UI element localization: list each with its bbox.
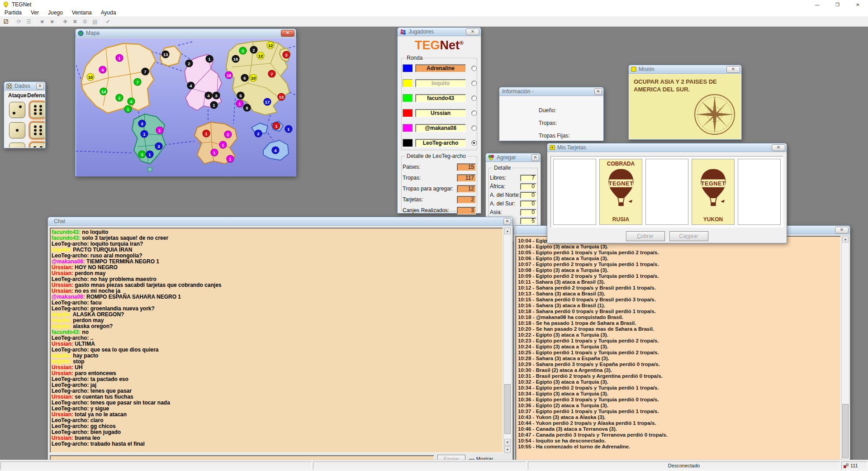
- app-titlebar[interactable]: TEGNet — ❐ ✕: [0, 0, 868, 9]
- agregar-titlebar[interactable]: Agregar ✕: [486, 153, 541, 162]
- card-yukon[interactable]: TEGNETYUKON: [692, 159, 735, 225]
- map-marker[interactable]: 1: [124, 105, 132, 113]
- menu-ayuda[interactable]: Ayuda: [96, 9, 121, 17]
- chat-titlebar[interactable]: Chat ✕: [48, 217, 512, 226]
- menu-juego[interactable]: Juego: [43, 9, 67, 17]
- chat-input[interactable]: [50, 455, 434, 460]
- map-marker[interactable]: 1: [236, 100, 243, 107]
- card-slot-empty[interactable]: [645, 159, 688, 225]
- window-tarjetas[interactable]: Mis Tarjetas ✕ COBRADATEGNETRUSIATEGNETY…: [547, 143, 787, 243]
- maximize-button[interactable]: ❐: [827, 0, 848, 9]
- map-marker[interactable]: 1: [203, 130, 210, 137]
- map-marker[interactable]: 1: [285, 125, 292, 133]
- game-map[interactable]: 1410771424113211644311221212163106758131…: [76, 38, 296, 176]
- map-marker[interactable]: 1: [211, 149, 218, 156]
- map-marker[interactable]: 2: [116, 94, 123, 101]
- scrollbar-thumb[interactable]: [504, 384, 511, 434]
- menu-ventana[interactable]: Ventana: [67, 9, 96, 17]
- regroup-icon[interactable]: ⚙: [81, 18, 90, 26]
- map-marker[interactable]: 5: [237, 92, 244, 99]
- map-marker[interactable]: 7: [134, 78, 141, 86]
- scroll-down-arrow[interactable]: ▼: [504, 439, 511, 446]
- player-radio[interactable]: [471, 110, 477, 116]
- map-marker[interactable]: 1: [116, 54, 123, 62]
- map-marker[interactable]: 2: [224, 131, 232, 138]
- card-slot-empty[interactable]: [553, 159, 596, 225]
- map-marker[interactable]: 1: [146, 151, 153, 158]
- map-marker[interactable]: 2: [255, 130, 262, 137]
- mapa-close-button[interactable]: ✕: [281, 30, 294, 37]
- mapa-titlebar[interactable]: Mapa ✕: [76, 29, 296, 38]
- map-marker[interactable]: 3: [138, 151, 146, 158]
- attack-icon[interactable]: ✖: [71, 18, 80, 26]
- mision-close-button[interactable]: ✕: [726, 66, 740, 73]
- bitacora-close-button[interactable]: ✕: [835, 227, 849, 233]
- map-marker[interactable]: 1: [227, 155, 234, 162]
- map-marker[interactable]: 3: [155, 143, 162, 150]
- map-marker[interactable]: 8: [243, 104, 251, 111]
- map-marker[interactable]: 1: [273, 122, 280, 129]
- map-marker[interactable]: 4: [99, 66, 106, 73]
- pause-icon[interactable]: ■: [47, 18, 57, 26]
- map-marker[interactable]: 1: [219, 141, 227, 148]
- informacion-titlebar[interactable]: Información - ✕: [499, 87, 603, 96]
- minimize-button[interactable]: —: [807, 0, 827, 9]
- scrollbar-thumb[interactable]: [842, 404, 849, 458]
- map-marker[interactable]: 3: [213, 92, 220, 99]
- map-marker[interactable]: 7: [268, 70, 275, 77]
- player-radio[interactable]: [471, 125, 477, 131]
- scroll-down-arrow2[interactable]: ▼: [504, 446, 511, 453]
- map-marker[interactable]: 16: [225, 71, 232, 79]
- map-marker[interactable]: 4: [187, 82, 194, 89]
- chat-close-button[interactable]: ✕: [503, 218, 511, 225]
- map-marker[interactable]: 4: [205, 92, 212, 99]
- window-mision[interactable]: Misión ✕ OCUPAR ASIA Y 2 PAISES DE AMERI…: [628, 65, 742, 140]
- dados-close-button[interactable]: ✕: [36, 83, 44, 90]
- window-dados[interactable]: Dados ✕ Ataque Defensa: [4, 81, 46, 148]
- scroll-up-arrow[interactable]: ▲: [842, 236, 849, 243]
- stop-icon[interactable]: ■: [38, 18, 47, 26]
- agregar-close-button[interactable]: ✕: [531, 154, 539, 161]
- map-marker[interactable]: 17: [264, 98, 271, 105]
- map-marker[interactable]: 4: [128, 98, 135, 105]
- map-marker[interactable]: 2: [250, 46, 257, 53]
- tarjetas-titlebar[interactable]: Mis Tarjetas ✕: [547, 143, 787, 152]
- map-marker[interactable]: 3: [138, 120, 146, 127]
- map-marker[interactable]: 12: [267, 42, 274, 49]
- map-marker[interactable]: 16: [232, 55, 239, 62]
- map-marker[interactable]: 6: [241, 74, 248, 81]
- window-mapa[interactable]: Mapa ✕: [75, 29, 296, 176]
- map-marker[interactable]: 1: [210, 101, 218, 109]
- send-button[interactable]: Enviar: [437, 455, 465, 460]
- map-marker[interactable]: 1: [141, 130, 148, 138]
- cards-icon[interactable]: ▤: [90, 18, 100, 26]
- menu-ver[interactable]: Ver: [26, 9, 43, 17]
- menu-partida[interactable]: Partida: [0, 9, 26, 17]
- player-radio[interactable]: [471, 95, 477, 101]
- map-marker[interactable]: 2: [185, 60, 193, 67]
- map-marker[interactable]: 3: [283, 51, 290, 58]
- button-cobrar[interactable]: Cobrar: [626, 231, 665, 241]
- player-radio[interactable]: [471, 140, 477, 146]
- player-radio[interactable]: [471, 81, 477, 86]
- chat-scrollbar[interactable]: ▲ ▼ ▼: [503, 228, 511, 453]
- button-canjear[interactable]: Canjear: [669, 231, 708, 241]
- mision-titlebar[interactable]: Misión ✕: [629, 65, 741, 74]
- map-marker[interactable]: 13: [162, 51, 169, 58]
- window-informacion[interactable]: Información - ✕ Dueño:Tropas:Tropas Fija…: [499, 87, 604, 141]
- refresh-icon[interactable]: ⟳: [14, 18, 24, 26]
- scroll-up-arrow[interactable]: ▲: [504, 228, 511, 234]
- dados-titlebar[interactable]: Dados ✕: [4, 82, 45, 90]
- close-button[interactable]: ✕: [848, 0, 868, 9]
- map-marker[interactable]: 14: [100, 88, 107, 95]
- jugadores-close-button[interactable]: ✕: [466, 29, 479, 35]
- map-marker[interactable]: 1: [206, 55, 213, 62]
- map-marker[interactable]: 4: [272, 147, 279, 154]
- jugadores-titlebar[interactable]: Jugadores ✕: [398, 28, 481, 36]
- map-marker[interactable]: 1: [156, 127, 163, 134]
- log-scrollbar[interactable]: ▲ ▼ ▼: [841, 236, 849, 460]
- map-marker[interactable]: 13: [278, 93, 285, 100]
- informacion-close-button[interactable]: ✕: [594, 88, 602, 95]
- player-radio[interactable]: [471, 66, 477, 71]
- map-marker[interactable]: 2: [239, 47, 247, 54]
